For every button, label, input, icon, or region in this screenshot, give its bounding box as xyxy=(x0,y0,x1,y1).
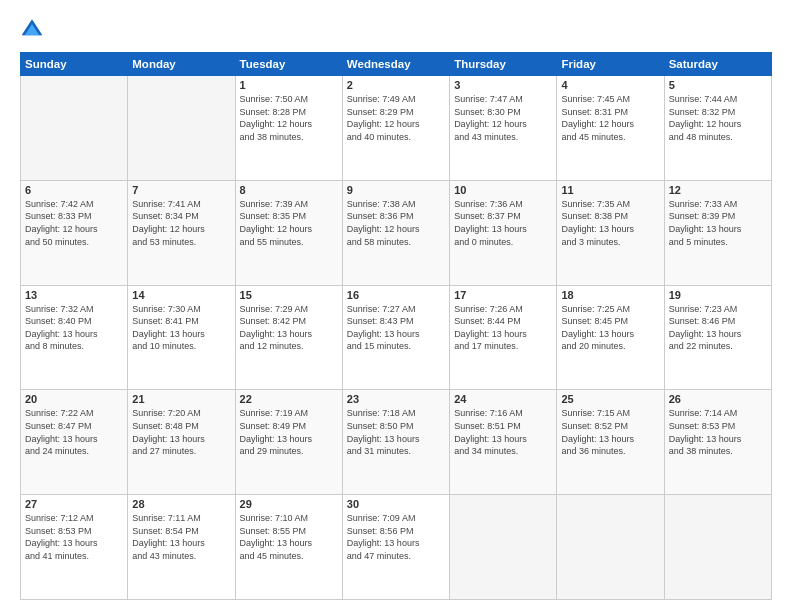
day-info: Sunrise: 7:14 AM Sunset: 8:53 PM Dayligh… xyxy=(669,407,767,457)
day-number: 7 xyxy=(132,184,230,196)
day-number: 23 xyxy=(347,393,445,405)
day-number: 19 xyxy=(669,289,767,301)
calendar: SundayMondayTuesdayWednesdayThursdayFrid… xyxy=(20,52,772,600)
day-info: Sunrise: 7:38 AM Sunset: 8:36 PM Dayligh… xyxy=(347,198,445,248)
day-number: 1 xyxy=(240,79,338,91)
week-row-2: 6Sunrise: 7:42 AM Sunset: 8:33 PM Daylig… xyxy=(21,180,772,285)
day-number: 16 xyxy=(347,289,445,301)
day-number: 27 xyxy=(25,498,123,510)
calendar-cell xyxy=(21,76,128,181)
calendar-cell: 11Sunrise: 7:35 AM Sunset: 8:38 PM Dayli… xyxy=(557,180,664,285)
day-info: Sunrise: 7:20 AM Sunset: 8:48 PM Dayligh… xyxy=(132,407,230,457)
day-info: Sunrise: 7:42 AM Sunset: 8:33 PM Dayligh… xyxy=(25,198,123,248)
column-header-friday: Friday xyxy=(557,53,664,76)
page: SundayMondayTuesdayWednesdayThursdayFrid… xyxy=(0,0,792,612)
calendar-cell: 29Sunrise: 7:10 AM Sunset: 8:55 PM Dayli… xyxy=(235,495,342,600)
calendar-cell: 19Sunrise: 7:23 AM Sunset: 8:46 PM Dayli… xyxy=(664,285,771,390)
day-info: Sunrise: 7:19 AM Sunset: 8:49 PM Dayligh… xyxy=(240,407,338,457)
day-number: 13 xyxy=(25,289,123,301)
calendar-cell: 27Sunrise: 7:12 AM Sunset: 8:53 PM Dayli… xyxy=(21,495,128,600)
day-number: 12 xyxy=(669,184,767,196)
day-number: 2 xyxy=(347,79,445,91)
header-row: SundayMondayTuesdayWednesdayThursdayFrid… xyxy=(21,53,772,76)
day-info: Sunrise: 7:45 AM Sunset: 8:31 PM Dayligh… xyxy=(561,93,659,143)
calendar-cell: 12Sunrise: 7:33 AM Sunset: 8:39 PM Dayli… xyxy=(664,180,771,285)
day-number: 11 xyxy=(561,184,659,196)
week-row-5: 27Sunrise: 7:12 AM Sunset: 8:53 PM Dayli… xyxy=(21,495,772,600)
day-number: 8 xyxy=(240,184,338,196)
day-info: Sunrise: 7:10 AM Sunset: 8:55 PM Dayligh… xyxy=(240,512,338,562)
day-number: 21 xyxy=(132,393,230,405)
day-info: Sunrise: 7:50 AM Sunset: 8:28 PM Dayligh… xyxy=(240,93,338,143)
day-number: 28 xyxy=(132,498,230,510)
day-number: 29 xyxy=(240,498,338,510)
calendar-cell: 20Sunrise: 7:22 AM Sunset: 8:47 PM Dayli… xyxy=(21,390,128,495)
day-info: Sunrise: 7:26 AM Sunset: 8:44 PM Dayligh… xyxy=(454,303,552,353)
week-row-1: 1Sunrise: 7:50 AM Sunset: 8:28 PM Daylig… xyxy=(21,76,772,181)
header xyxy=(20,16,772,42)
calendar-cell: 15Sunrise: 7:29 AM Sunset: 8:42 PM Dayli… xyxy=(235,285,342,390)
logo xyxy=(20,16,48,42)
column-header-sunday: Sunday xyxy=(21,53,128,76)
day-info: Sunrise: 7:30 AM Sunset: 8:41 PM Dayligh… xyxy=(132,303,230,353)
day-info: Sunrise: 7:27 AM Sunset: 8:43 PM Dayligh… xyxy=(347,303,445,353)
day-number: 30 xyxy=(347,498,445,510)
day-info: Sunrise: 7:32 AM Sunset: 8:40 PM Dayligh… xyxy=(25,303,123,353)
day-info: Sunrise: 7:29 AM Sunset: 8:42 PM Dayligh… xyxy=(240,303,338,353)
day-info: Sunrise: 7:35 AM Sunset: 8:38 PM Dayligh… xyxy=(561,198,659,248)
column-header-wednesday: Wednesday xyxy=(342,53,449,76)
calendar-cell xyxy=(664,495,771,600)
calendar-cell xyxy=(128,76,235,181)
day-number: 5 xyxy=(669,79,767,91)
calendar-cell: 21Sunrise: 7:20 AM Sunset: 8:48 PM Dayli… xyxy=(128,390,235,495)
day-info: Sunrise: 7:12 AM Sunset: 8:53 PM Dayligh… xyxy=(25,512,123,562)
day-number: 26 xyxy=(669,393,767,405)
calendar-cell: 16Sunrise: 7:27 AM Sunset: 8:43 PM Dayli… xyxy=(342,285,449,390)
day-info: Sunrise: 7:15 AM Sunset: 8:52 PM Dayligh… xyxy=(561,407,659,457)
column-header-thursday: Thursday xyxy=(450,53,557,76)
calendar-cell: 3Sunrise: 7:47 AM Sunset: 8:30 PM Daylig… xyxy=(450,76,557,181)
day-info: Sunrise: 7:11 AM Sunset: 8:54 PM Dayligh… xyxy=(132,512,230,562)
day-info: Sunrise: 7:36 AM Sunset: 8:37 PM Dayligh… xyxy=(454,198,552,248)
calendar-cell: 4Sunrise: 7:45 AM Sunset: 8:31 PM Daylig… xyxy=(557,76,664,181)
day-number: 9 xyxy=(347,184,445,196)
day-info: Sunrise: 7:39 AM Sunset: 8:35 PM Dayligh… xyxy=(240,198,338,248)
day-number: 22 xyxy=(240,393,338,405)
calendar-cell: 17Sunrise: 7:26 AM Sunset: 8:44 PM Dayli… xyxy=(450,285,557,390)
day-info: Sunrise: 7:22 AM Sunset: 8:47 PM Dayligh… xyxy=(25,407,123,457)
day-number: 14 xyxy=(132,289,230,301)
day-number: 3 xyxy=(454,79,552,91)
calendar-cell xyxy=(450,495,557,600)
day-info: Sunrise: 7:44 AM Sunset: 8:32 PM Dayligh… xyxy=(669,93,767,143)
day-number: 18 xyxy=(561,289,659,301)
calendar-cell: 5Sunrise: 7:44 AM Sunset: 8:32 PM Daylig… xyxy=(664,76,771,181)
day-number: 4 xyxy=(561,79,659,91)
day-number: 6 xyxy=(25,184,123,196)
calendar-cell: 6Sunrise: 7:42 AM Sunset: 8:33 PM Daylig… xyxy=(21,180,128,285)
day-number: 25 xyxy=(561,393,659,405)
calendar-cell: 10Sunrise: 7:36 AM Sunset: 8:37 PM Dayli… xyxy=(450,180,557,285)
calendar-cell: 28Sunrise: 7:11 AM Sunset: 8:54 PM Dayli… xyxy=(128,495,235,600)
calendar-cell: 9Sunrise: 7:38 AM Sunset: 8:36 PM Daylig… xyxy=(342,180,449,285)
day-number: 10 xyxy=(454,184,552,196)
calendar-cell: 7Sunrise: 7:41 AM Sunset: 8:34 PM Daylig… xyxy=(128,180,235,285)
day-info: Sunrise: 7:23 AM Sunset: 8:46 PM Dayligh… xyxy=(669,303,767,353)
day-number: 15 xyxy=(240,289,338,301)
calendar-cell: 26Sunrise: 7:14 AM Sunset: 8:53 PM Dayli… xyxy=(664,390,771,495)
day-info: Sunrise: 7:33 AM Sunset: 8:39 PM Dayligh… xyxy=(669,198,767,248)
week-row-3: 13Sunrise: 7:32 AM Sunset: 8:40 PM Dayli… xyxy=(21,285,772,390)
calendar-cell: 30Sunrise: 7:09 AM Sunset: 8:56 PM Dayli… xyxy=(342,495,449,600)
column-header-saturday: Saturday xyxy=(664,53,771,76)
day-info: Sunrise: 7:49 AM Sunset: 8:29 PM Dayligh… xyxy=(347,93,445,143)
calendar-cell: 18Sunrise: 7:25 AM Sunset: 8:45 PM Dayli… xyxy=(557,285,664,390)
calendar-cell: 23Sunrise: 7:18 AM Sunset: 8:50 PM Dayli… xyxy=(342,390,449,495)
column-header-tuesday: Tuesday xyxy=(235,53,342,76)
day-info: Sunrise: 7:25 AM Sunset: 8:45 PM Dayligh… xyxy=(561,303,659,353)
day-info: Sunrise: 7:09 AM Sunset: 8:56 PM Dayligh… xyxy=(347,512,445,562)
calendar-cell: 14Sunrise: 7:30 AM Sunset: 8:41 PM Dayli… xyxy=(128,285,235,390)
column-header-monday: Monday xyxy=(128,53,235,76)
day-info: Sunrise: 7:18 AM Sunset: 8:50 PM Dayligh… xyxy=(347,407,445,457)
logo-icon xyxy=(20,16,44,40)
day-info: Sunrise: 7:47 AM Sunset: 8:30 PM Dayligh… xyxy=(454,93,552,143)
day-number: 17 xyxy=(454,289,552,301)
